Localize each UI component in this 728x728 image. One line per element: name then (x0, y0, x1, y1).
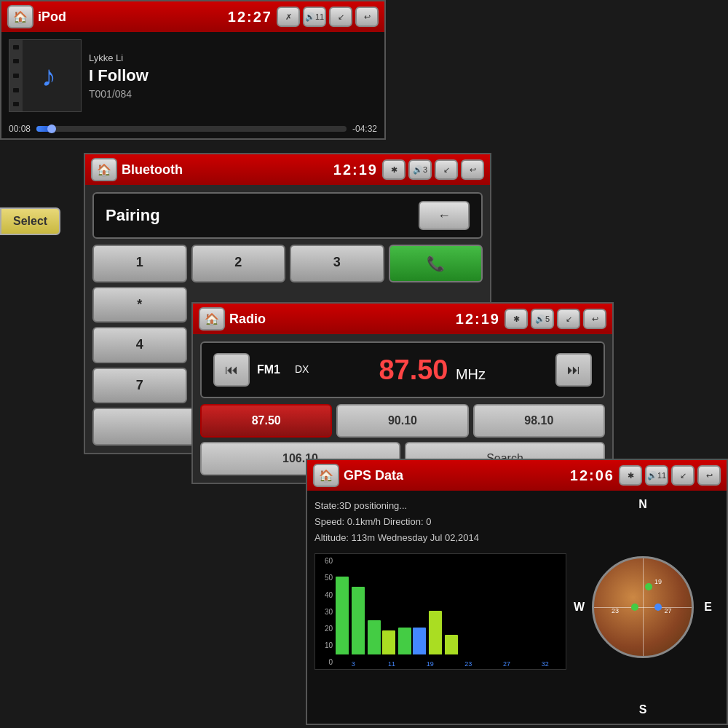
album-art: ♪ (9, 39, 82, 112)
x-label-11: 11 (374, 660, 410, 668)
sat-dot-23 (631, 604, 638, 611)
gps-info-panel: State:3D positioning... Speed: 0.1km/h D… (314, 498, 566, 716)
y-label-40: 40 (318, 591, 333, 599)
preset-1[interactable]: 87.50 (200, 404, 332, 438)
bar-23-blue (413, 628, 426, 654)
bar-11-green (352, 587, 365, 654)
bar-19-green (368, 620, 381, 654)
back-icon[interactable]: ↩ (355, 7, 379, 27)
bt-volume-icon: 🔊3 (408, 159, 432, 180)
x-label-32: 32 (527, 660, 563, 668)
radio-window: 🏠 Radio 12:19 ✱ 🔊5 ↙ ↩ ⏮ FM1 DX 87.50 MH… (191, 302, 614, 484)
radio-vol-icon: 🔊5 (531, 309, 554, 329)
bar-group-32 (445, 635, 458, 654)
gps-content: State:3D positioning... Speed: 0.1km/h D… (307, 491, 727, 724)
prev-station-button[interactable]: ⏮ (213, 353, 250, 387)
radio-app-name: Radio (229, 312, 451, 327)
sat-label-19: 19 (654, 578, 662, 585)
bt-night-icon[interactable]: ↙ (435, 159, 458, 180)
ipod-home-button[interactable]: 🏠 (7, 5, 33, 28)
key-1[interactable]: 1 (92, 245, 187, 282)
x-label-19: 19 (412, 660, 448, 668)
frequency-value: 87.50 (379, 355, 448, 385)
chart-bars (336, 557, 563, 654)
satellite-chart: 60 50 40 30 20 10 0 (314, 553, 566, 670)
bt-home-button[interactable]: 🏠 (91, 158, 117, 181)
gps-state: State:3D positioning... Speed: 0.1km/h D… (314, 498, 566, 546)
radio-icons: ✱ 🔊5 ↙ ↩ (505, 309, 606, 329)
bt-bluetooth-icon: ✱ (382, 159, 405, 180)
ipod-app-name: iPod (38, 9, 223, 25)
next-station-button[interactable]: ⏭ (555, 353, 592, 387)
crosshair-vertical (643, 558, 644, 656)
key-star[interactable]: * (92, 287, 187, 323)
chart-x-labels: 3 11 19 23 27 32 (336, 660, 563, 668)
preset-3[interactable]: 98.10 (473, 404, 605, 438)
gps-bt-icon: ✱ (619, 465, 642, 486)
gps-window: 🏠 GPS Data 12:06 ✱ 🔊11 ↙ ↩ State:3D posi… (306, 459, 728, 725)
progress-thumb (47, 124, 56, 133)
y-label-10: 10 (318, 641, 333, 649)
film-strip (9, 40, 23, 111)
preset-grid: 87.50 90.10 98.10 (200, 404, 605, 438)
gps-vol-icon: 🔊11 (645, 465, 668, 486)
radio-night-icon[interactable]: ↙ (557, 309, 580, 329)
gps-compass-panel: N S E W 19 23 27 (574, 498, 719, 716)
key-7[interactable]: 7 (92, 368, 187, 403)
gps-time: 12:06 (570, 467, 614, 484)
y-label-0: 0 (318, 658, 333, 666)
night-icon[interactable]: ↙ (329, 7, 352, 27)
key-2[interactable]: 2 (191, 245, 286, 282)
key-3[interactable]: 3 (290, 245, 384, 282)
film-hole (13, 102, 19, 106)
bt-back-icon[interactable]: ↩ (461, 159, 484, 180)
bluetooth-title-bar: 🏠 Bluetooth 12:19 ✱ 🔊3 ↙ ↩ (85, 154, 490, 185)
compass-globe: 19 23 27 (592, 556, 694, 658)
bar-group-3 (336, 577, 349, 654)
chart-y-axis: 60 50 40 30 20 10 0 (315, 554, 336, 669)
bar-27-lime (429, 611, 442, 654)
key-4[interactable]: 4 (92, 327, 187, 363)
compass-north: N (638, 498, 647, 511)
pairing-text: Pairing (106, 206, 160, 225)
film-hole (13, 88, 19, 92)
gps-back-icon[interactable]: ↩ (697, 465, 721, 486)
y-label-30: 30 (318, 608, 333, 616)
bar-32-lime (445, 635, 458, 654)
film-hole (13, 74, 19, 78)
y-label-60: 60 (318, 557, 333, 565)
gps-vol: 11 (657, 471, 666, 480)
bar-23-green (398, 628, 411, 654)
select-button[interactable]: Select (0, 207, 60, 235)
progress-bar[interactable] (36, 126, 347, 132)
radio-display: ⏮ FM1 DX 87.50 MHz ⏭ (200, 341, 605, 398)
gps-state-text: State:3D positioning... (314, 498, 566, 514)
compass-south: S (639, 703, 647, 716)
track-info: Lykke Li I Follow T001/084 (89, 39, 377, 112)
ipod-vol: 11 (315, 12, 324, 21)
time-remaining: -04:32 (352, 124, 377, 134)
radio-back-icon[interactable]: ↩ (583, 309, 606, 329)
y-label-20: 20 (318, 625, 333, 633)
pairing-display: Pairing ← (92, 192, 483, 239)
radio-home-button[interactable]: 🏠 (199, 307, 225, 331)
preset-2[interactable]: 90.10 (336, 404, 468, 438)
track-number: T001/084 (89, 88, 377, 100)
music-note-icon: ♪ (41, 60, 56, 92)
call-button[interactable]: 📞 (389, 245, 483, 282)
bt-vol: 3 (423, 165, 427, 174)
film-hole (13, 45, 19, 50)
progress-bar-container: 00:08 -04:32 (1, 119, 384, 138)
progress-fill (36, 126, 52, 132)
bar-group-23 (398, 628, 426, 654)
radio-mode: FM1 (257, 363, 280, 376)
volume-icon: 🔊11 (303, 7, 326, 27)
time-elapsed: 00:08 (9, 124, 31, 134)
gps-night-icon[interactable]: ↙ (671, 465, 695, 486)
frequency-unit: MHz (456, 366, 486, 382)
backspace-button[interactable]: ← (419, 201, 470, 230)
film-hole (13, 59, 19, 63)
gps-home-button[interactable]: 🏠 (313, 464, 339, 487)
ipod-icons: ✗ 🔊11 ↙ ↩ (277, 7, 379, 27)
x-label-23: 23 (451, 660, 486, 668)
